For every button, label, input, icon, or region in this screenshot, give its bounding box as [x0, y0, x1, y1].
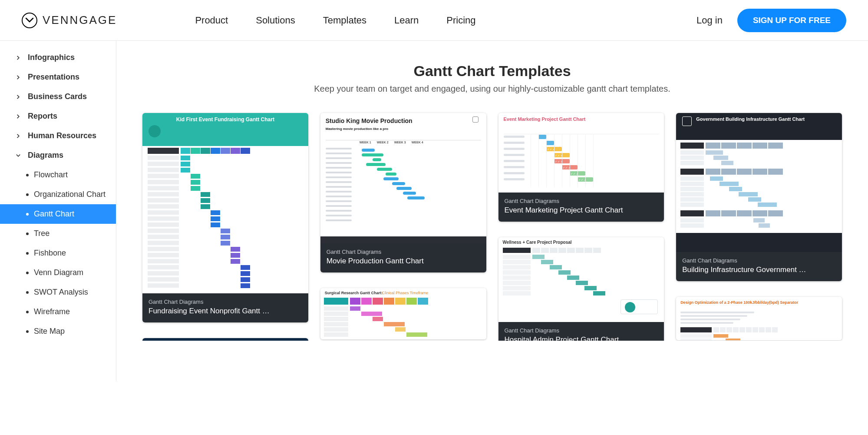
- header: VENNGAGE Product Solutions Templates Lea…: [0, 0, 868, 41]
- bullet-icon: [26, 311, 29, 313]
- chevron-right-icon: [15, 94, 22, 100]
- card-title: Hospital Admin Project Gantt Chart: [505, 335, 658, 341]
- logo-icon: [22, 13, 37, 28]
- bullet-icon: [26, 272, 29, 274]
- card-title: Movie Production Gantt Chart: [327, 257, 480, 266]
- template-thumbnail: Design Optimization of a 2-Phase 100kJ/b…: [676, 297, 842, 340]
- chevron-down-icon: [15, 153, 22, 159]
- template-card[interactable]: Surgical Research Gantt Chart:Clinical P…: [320, 288, 486, 339]
- brand-name: VENNGAGE: [43, 13, 117, 27]
- sidebar-item-gantt-chart[interactable]: Gantt Chart: [0, 204, 116, 224]
- content: Gantt Chart Templates Keep your team on …: [116, 41, 868, 341]
- bullet-icon: [26, 330, 29, 333]
- template-thumbnail: Remodelling of Hellenic Senior Home: [142, 338, 308, 341]
- grid-column: Event Marketing Project Gantt Chart✓ ✓ ✓…: [498, 113, 664, 341]
- sidebar-item-label: Fishbone: [34, 249, 66, 258]
- chevron-right-icon: [15, 74, 22, 80]
- sidebar-category-human-resources[interactable]: Human Resources: [0, 126, 116, 146]
- sidebar-category-label: Infographics: [28, 53, 75, 62]
- card-caption: Gantt Chart DiagramsMovie Production Gan…: [320, 243, 486, 272]
- template-thumbnail: Government Building Infrastructure Gantt…: [676, 113, 842, 252]
- chevron-right-icon: [15, 113, 22, 120]
- sidebar-item-organizational-chart[interactable]: Organizational Chart: [0, 185, 116, 204]
- main-nav: Product Solutions Templates Learn Pricin…: [195, 15, 475, 26]
- bullet-icon: [26, 213, 29, 216]
- sidebar-item-swot-analysis[interactable]: SWOT Analysis: [0, 282, 116, 302]
- card-category: Gantt Chart Diagrams: [327, 249, 480, 255]
- nav-product[interactable]: Product: [195, 15, 228, 26]
- sidebar-category-label: Human Resources: [28, 131, 96, 140]
- card-category: Gantt Chart Diagrams: [505, 198, 658, 204]
- sidebar-item-label: Flowchart: [34, 170, 68, 179]
- template-card[interactable]: BusinessGovernment Building Infrastructu…: [676, 113, 842, 281]
- template-card[interactable]: BusinessRemodelling of Hellenic Senior H…: [142, 338, 308, 341]
- sidebar-category-label: Business Cards: [28, 92, 87, 101]
- template-grid: Kid First Event Fundraising Gantt ChartG…: [142, 113, 842, 341]
- header-right: Log in SIGN UP FOR FREE: [696, 9, 846, 32]
- sidebar-category-infographics[interactable]: Infographics: [0, 48, 116, 67]
- login-link[interactable]: Log in: [696, 15, 723, 26]
- sidebar-category-business-cards[interactable]: Business Cards: [0, 87, 116, 106]
- sidebar-category-label: Presentations: [28, 73, 79, 82]
- template-card[interactable]: PremiumStudio King Movie ProductionMaste…: [320, 113, 486, 272]
- page-title: Gantt Chart Templates: [142, 63, 842, 80]
- grid-column: Kid First Event Fundraising Gantt ChartG…: [142, 113, 308, 341]
- card-title: Event Marketing Project Gantt Chart: [505, 206, 658, 215]
- nav-pricing[interactable]: Pricing: [446, 15, 475, 26]
- template-thumbnail: Kid First Event Fundraising Gantt Chart: [142, 113, 308, 293]
- sidebar-category-diagrams[interactable]: Diagrams: [0, 146, 116, 165]
- template-thumbnail: Event Marketing Project Gantt Chart✓ ✓ ✓…: [498, 113, 664, 193]
- template-card[interactable]: PremiumWellness + Care Project ProposalG…: [498, 237, 664, 341]
- template-card[interactable]: Event Marketing Project Gantt Chart✓ ✓ ✓…: [498, 113, 664, 222]
- bullet-icon: [26, 174, 29, 176]
- sidebar-item-site-map[interactable]: Site Map: [0, 322, 116, 341]
- nav-templates[interactable]: Templates: [323, 15, 366, 26]
- sidebar-item-label: SWOT Analysis: [34, 288, 88, 297]
- sidebar-item-label: Tree: [34, 229, 50, 238]
- grid-column: BusinessGovernment Building Infrastructu…: [676, 113, 842, 340]
- chevron-right-icon: [15, 133, 22, 139]
- sidebar-item-label: Venn Diagram: [34, 268, 83, 277]
- logo[interactable]: VENNGAGE: [22, 13, 117, 28]
- card-category: Gantt Chart Diagrams: [149, 299, 302, 305]
- sidebar: InfographicsPresentationsBusiness CardsR…: [0, 41, 116, 382]
- bullet-icon: [26, 252, 29, 255]
- grid-column: PremiumStudio King Movie ProductionMaste…: [320, 113, 486, 339]
- bullet-icon: [26, 291, 29, 294]
- sidebar-item-label: Site Map: [34, 327, 65, 336]
- page-subtitle: Keep your team on target and engaged, us…: [142, 84, 842, 94]
- sidebar-item-tree[interactable]: Tree: [0, 224, 116, 243]
- chevron-right-icon: [15, 55, 22, 61]
- sidebar-category-presentations[interactable]: Presentations: [0, 67, 116, 87]
- template-card[interactable]: Kid First Event Fundraising Gantt ChartG…: [142, 113, 308, 322]
- card-title: Building Infrastructure Government …: [682, 266, 836, 274]
- sidebar-category-reports[interactable]: Reports: [0, 106, 116, 126]
- sidebar-item-label: Gantt Chart: [34, 209, 74, 219]
- template-card[interactable]: Design Optimization of a 2-Phase 100kJ/b…: [676, 297, 842, 340]
- template-thumbnail: Wellness + Care Project Proposal: [498, 237, 664, 322]
- bullet-icon: [26, 193, 29, 196]
- sidebar-category-label: Reports: [28, 112, 57, 121]
- sidebar-item-label: Organizational Chart: [34, 190, 106, 199]
- nav-learn[interactable]: Learn: [394, 15, 419, 26]
- sidebar-item-wireframe[interactable]: Wireframe: [0, 302, 116, 322]
- signup-button[interactable]: SIGN UP FOR FREE: [737, 9, 846, 32]
- card-caption: Gantt Chart DiagramsFundraising Event No…: [142, 293, 308, 322]
- nav-solutions[interactable]: Solutions: [256, 15, 295, 26]
- sidebar-item-fishbone[interactable]: Fishbone: [0, 243, 116, 263]
- card-category: Gantt Chart Diagrams: [505, 327, 658, 334]
- sidebar-item-venn-diagram[interactable]: Venn Diagram: [0, 263, 116, 282]
- template-thumbnail: Studio King Movie ProductionMastering mo…: [320, 113, 486, 243]
- card-caption: Gantt Chart DiagramsHospital Admin Proje…: [498, 322, 664, 341]
- sidebar-item-flowchart[interactable]: Flowchart: [0, 165, 116, 185]
- card-category: Gantt Chart Diagrams: [682, 257, 836, 264]
- sidebar-category-label: Diagrams: [28, 151, 63, 160]
- sidebar-item-label: Wireframe: [34, 307, 70, 316]
- card-caption: Gantt Chart DiagramsEvent Marketing Proj…: [498, 193, 664, 222]
- template-thumbnail: Surgical Research Gantt Chart:Clinical P…: [320, 288, 486, 339]
- bullet-icon: [26, 232, 29, 235]
- card-title: Fundraising Event Nonprofit Gantt …: [149, 307, 302, 315]
- card-caption: Gantt Chart DiagramsBuilding Infrastruct…: [676, 252, 842, 281]
